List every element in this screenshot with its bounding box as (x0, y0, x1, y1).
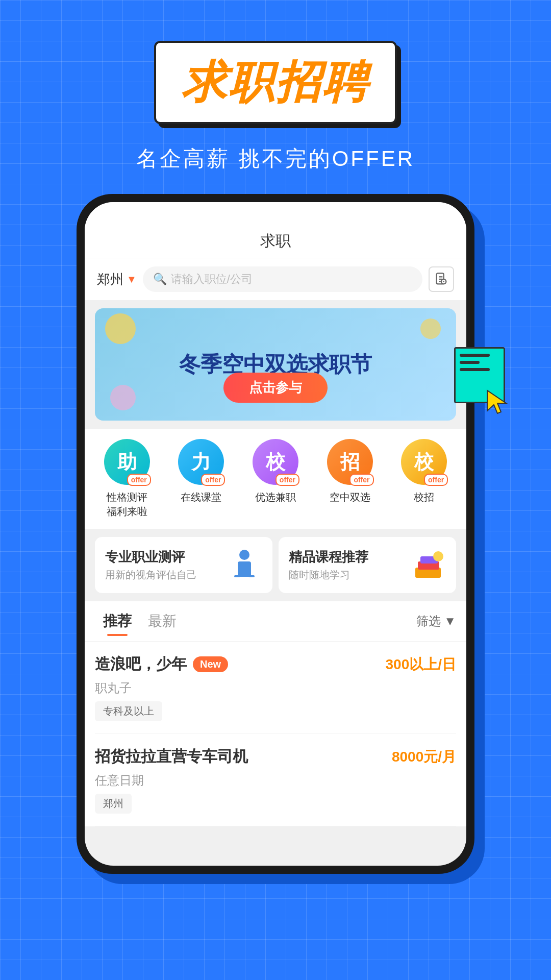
svg-rect-8 (238, 561, 251, 577)
category-icon-4: 校 offer (401, 439, 447, 485)
feature-card-img-1 (410, 547, 446, 583)
category-icon-3: 招 offer (327, 439, 373, 485)
svg-rect-10 (248, 575, 255, 577)
feature-cards: 专业职业测评 用新的视角评估自己 (95, 537, 456, 593)
search-icon: 🔍 (153, 273, 167, 286)
job-item-header-1: 招货拉拉直营专车司机 8000元/月 (95, 746, 456, 767)
job-company-1: 任意日期 (95, 772, 456, 789)
tabs-section: 推荐 最新 筛选 ▼ (85, 601, 466, 642)
svg-rect-9 (234, 575, 240, 577)
category-item-0[interactable]: 助 offer 性格测评福利来啦 (90, 439, 164, 519)
title-banner: 求职招聘 (154, 41, 397, 124)
tab-latest[interactable]: 最新 (140, 606, 185, 636)
feature-card-0[interactable]: 专业职业测评 用新的视角评估自己 (95, 537, 272, 593)
filter-button[interactable]: 筛选 ▼ (416, 613, 456, 629)
category-icon-0: 助 offer (104, 439, 150, 485)
job-tags-1: 郑州 (95, 794, 456, 814)
cursor-svg (485, 388, 515, 419)
job-title-1: 招货拉拉直营专车司机 (95, 746, 248, 767)
phone-inner: 求职 郑州 ▼ 🔍 请输入职位/公司 (85, 202, 466, 866)
phone-outer: 求职 郑州 ▼ 🔍 请输入职位/公司 (77, 194, 474, 874)
job-list: 造浪吧，少年 New 300以上/日 职丸子 专科及以上 (85, 642, 466, 826)
job-item-0[interactable]: 造浪吧，少年 New 300以上/日 职丸子 专科及以上 (95, 642, 456, 734)
category-label-2: 优选兼职 (255, 490, 296, 504)
job-company-0: 职丸子 (95, 680, 456, 696)
job-item-1[interactable]: 招货拉拉直营专车司机 8000元/月 任意日期 郑州 (95, 734, 456, 826)
search-section: 郑州 ▼ 🔍 请输入职位/公司 (85, 258, 466, 300)
app-header: 求职 (85, 223, 466, 258)
phone-wrapper: 求职 郑州 ▼ 🔍 请输入职位/公司 (77, 194, 474, 874)
hero-title: 求职招聘 (182, 57, 369, 107)
job-salary-0: 300以上/日 (386, 655, 457, 674)
category-section: 助 offer 性格测评福利来啦 力 offer 在线课堂 (85, 429, 466, 529)
job-salary-1: 8000元/月 (392, 747, 456, 767)
city-dropdown-icon: ▼ (127, 274, 137, 285)
job-new-badge-0: New (193, 656, 228, 672)
banner-section[interactable]: 冬季空中双选求职节 点击参与 (95, 308, 456, 421)
category-item-2[interactable]: 校 offer 优选兼职 (238, 439, 313, 519)
category-item-4[interactable]: 校 offer 校招 (387, 439, 461, 519)
category-icon-1: 力 offer (178, 439, 224, 485)
job-tag-0-0: 专科及以上 (95, 701, 162, 721)
search-box[interactable]: 🔍 请输入职位/公司 (143, 266, 422, 292)
category-label-0: 性格测评福利来啦 (107, 490, 147, 519)
search-placeholder-text: 请输入职位/公司 (171, 272, 253, 287)
svg-marker-15 (487, 390, 506, 413)
hero-subtitle: 名企高薪 挑不完的OFFER (0, 144, 551, 173)
filter-chevron-icon: ▼ (444, 614, 456, 628)
city-selector[interactable]: 郑州 ▼ (97, 271, 137, 288)
resume-icon[interactable] (429, 266, 454, 292)
job-title-0: 造浪吧，少年 (95, 654, 187, 675)
job-tag-1-0: 郑州 (95, 794, 132, 814)
hero-section: 求职招聘 名企高薪 挑不完的OFFER (0, 0, 551, 173)
category-label-4: 校招 (414, 490, 434, 504)
feature-card-img-0 (227, 547, 262, 583)
app-title: 求职 (260, 232, 291, 249)
city-name: 郑州 (97, 271, 123, 288)
feature-card-subtitle-0: 用新的视角评估自己 (105, 568, 197, 582)
feature-card-title-0: 专业职业测评 (105, 548, 197, 566)
svg-point-7 (239, 550, 249, 560)
phone-screen: 求职 郑州 ▼ 🔍 请输入职位/公司 (85, 202, 466, 866)
banner-button[interactable]: 点击参与 (223, 373, 328, 403)
category-icon-2: 校 offer (253, 439, 298, 485)
job-tags-0: 专科及以上 (95, 701, 456, 721)
svg-point-14 (433, 551, 443, 561)
cursor-decoration (454, 347, 505, 403)
feature-card-subtitle-1: 随时随地学习 (289, 568, 368, 582)
category-label-3: 空中双选 (330, 490, 370, 504)
status-bar (85, 202, 466, 223)
category-item-3[interactable]: 招 offer 空中双选 (313, 439, 387, 519)
category-item-1[interactable]: 力 offer 在线课堂 (164, 439, 239, 519)
category-label-1: 在线课堂 (181, 490, 221, 504)
job-item-header-0: 造浪吧，少年 New 300以上/日 (95, 654, 456, 675)
tab-recommended[interactable]: 推荐 (95, 606, 140, 636)
feature-card-title-1: 精品课程推荐 (289, 548, 368, 566)
filter-label: 筛选 (416, 613, 441, 629)
feature-card-1[interactable]: 精品课程推荐 随时随地学习 (279, 537, 456, 593)
